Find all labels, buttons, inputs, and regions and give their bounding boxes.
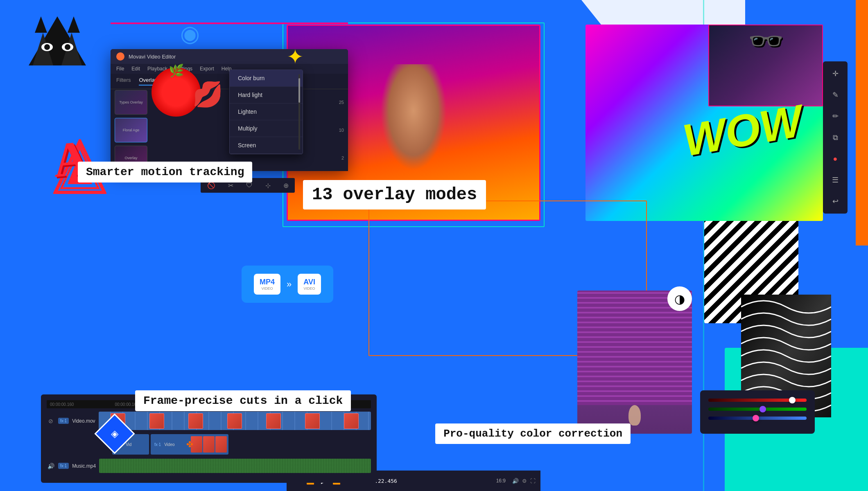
sunglasses-icon: 🕶️ [748, 24, 784, 58]
deco-circle-icon: ◉ [180, 20, 200, 47]
fx-badge-3[interactable]: fx·1 [152, 441, 163, 448]
clip-vid3-label: Video [164, 442, 174, 447]
lavender-field-photo [577, 291, 692, 434]
effect-count-1: 25 [339, 100, 344, 105]
audio-track-icon: 🔊 [47, 463, 55, 469]
app-title: Movavi Video Editor [129, 54, 176, 60]
deco-star: ✦ [287, 45, 304, 69]
format-converter-badge: MP4 video » AVI video [242, 266, 333, 303]
mp4-label: MP4 [260, 278, 275, 286]
avi-label: AVI [303, 278, 315, 286]
dropdown-item-colorburn[interactable]: Color burn [230, 70, 303, 87]
editor-titlebar: Movavi Video Editor [111, 49, 348, 64]
frame-thumb-4 [227, 413, 242, 429]
audio-waveform [99, 459, 371, 473]
timeline-row-video1: ⊘ fx·1 Video.mov [47, 412, 371, 430]
video-track-icon: ⊘ [47, 418, 55, 424]
dropdown-scrollbar[interactable] [298, 74, 300, 150]
toolbar-mute-icon[interactable]: 🚫 [207, 182, 215, 189]
mp4-format-box: MP4 video [254, 274, 280, 295]
svg-point-7 [44, 44, 50, 50]
deco-diamond-blue: ◈ [100, 419, 129, 448]
edit-indicator-icon: ✤ [186, 439, 193, 449]
timeline-audio-clip[interactable] [99, 459, 371, 473]
toolbar-crop-icon[interactable]: ⊹ [265, 182, 271, 189]
green-slider-thumb[interactable] [760, 406, 766, 412]
frame-thumb-3 [188, 413, 203, 429]
contrast-icon: ◑ [667, 286, 692, 311]
small-thumb-2 [203, 436, 215, 453]
ruler-time-1: 00:00:00.160 [50, 402, 74, 407]
tool-move[interactable]: ✛ [827, 65, 843, 82]
format-arrow: » [287, 279, 292, 290]
timeline-clip-frames [99, 412, 371, 430]
frame-thumb-7 [344, 413, 359, 429]
timeline-row-audio: 🔊 fx·1 Music.mp4 [47, 459, 371, 473]
timeline-overflow-clips: fx·1 Vid fx·1 Video ✤ [112, 434, 371, 455]
menu-file[interactable]: File [116, 66, 124, 72]
dropdown-item-hardlight[interactable]: Hard light [230, 87, 303, 104]
mp4-sub-label: video [260, 286, 275, 291]
color-correction-panel [700, 390, 815, 434]
avi-sub-label: video [303, 286, 315, 291]
tool-layers[interactable]: ⧉ [827, 129, 843, 146]
overlay-dropdown: Color burn Hard light Lighten Multiply S… [229, 70, 303, 154]
tool-brush[interactable]: ✏ [827, 108, 843, 124]
frame-cuts-label: Frame-precise cuts in a click [135, 390, 351, 411]
frame-thumb-2 [149, 413, 164, 429]
menu-edit[interactable]: Edit [131, 66, 140, 72]
timeline-clip-video1[interactable] [99, 412, 371, 430]
svg-marker-4 [68, 16, 80, 33]
tab-filters[interactable]: Filters [116, 77, 131, 86]
deco-orange-strip [856, 0, 868, 246]
green-slider-track[interactable] [708, 408, 807, 411]
deco-lips: 💋 [192, 80, 223, 109]
frame-thumb-5 [266, 413, 281, 429]
right-tool-panel: ✛ ✎ ✏ ⧉ ● ☰ ↩ [823, 61, 848, 214]
tool-record[interactable]: ● [827, 151, 843, 167]
app-logo [116, 52, 124, 61]
red-slider-row [708, 399, 807, 402]
deco-sunglasses-area: 🕶️ [708, 25, 823, 57]
blue-slider-row [708, 417, 807, 420]
clip-vid-3[interactable]: fx·1 Video ✤ [151, 434, 228, 455]
dropdown-item-screen[interactable]: Screen [230, 137, 303, 154]
small-thumbs [191, 436, 227, 453]
tool-undo[interactable]: ↩ [827, 193, 843, 209]
toolbar-cut-icon[interactable]: ✂ [228, 182, 233, 189]
green-slider-row [708, 408, 807, 411]
color-correction-label: Pro-quality color correction [435, 423, 631, 444]
red-slider-thumb[interactable] [789, 397, 796, 403]
svg-marker-3 [35, 16, 47, 33]
tool-pen[interactable]: ✎ [827, 87, 843, 103]
tool-menu[interactable]: ☰ [827, 172, 843, 188]
editor-top-border [111, 23, 348, 24]
avi-format-box: AVI video [298, 274, 321, 295]
motion-tracking-label: Smarter motion tracking [78, 162, 252, 182]
settings-icon[interactable]: ⚙ [522, 478, 527, 484]
blue-slider-track[interactable] [708, 417, 807, 420]
toolbar-shield-icon[interactable]: 🛡 [246, 182, 253, 189]
fullscreen-icon[interactable]: ⛶ [530, 478, 536, 484]
scrollbar-thumb[interactable] [298, 78, 300, 103]
tomato-stem-icon: 🌿 [169, 63, 184, 78]
effect-thumb-1[interactable]: Types Overlay [115, 90, 147, 115]
effect-thumb-2[interactable]: Floral Age [115, 118, 147, 142]
fx-badge-1[interactable]: fx·1 [58, 418, 69, 424]
menu-export[interactable]: Export [200, 66, 214, 72]
effect-count-3: 2 [341, 155, 344, 160]
fx-badge-audio[interactable]: fx·1 [58, 463, 69, 469]
dropdown-item-lighten[interactable]: Lighten [230, 104, 303, 120]
video1-label: Video.mov [72, 418, 95, 424]
frame-thumb-6 [305, 413, 320, 429]
audio-icon[interactable]: 🔊 [512, 478, 519, 484]
dropdown-item-multiply[interactable]: Multiply [230, 120, 303, 137]
toolbar-more-icon[interactable]: ⊕ [283, 182, 289, 189]
deco-cat-icon [25, 12, 90, 70]
svg-point-8 [65, 44, 70, 50]
blue-slider-thumb[interactable] [753, 415, 759, 421]
effect-count-2: 10 [339, 128, 344, 133]
red-slider-track[interactable] [708, 399, 807, 402]
overlay-modes-label: 13 overlay modes [303, 180, 486, 209]
small-thumb-3 [215, 436, 227, 453]
